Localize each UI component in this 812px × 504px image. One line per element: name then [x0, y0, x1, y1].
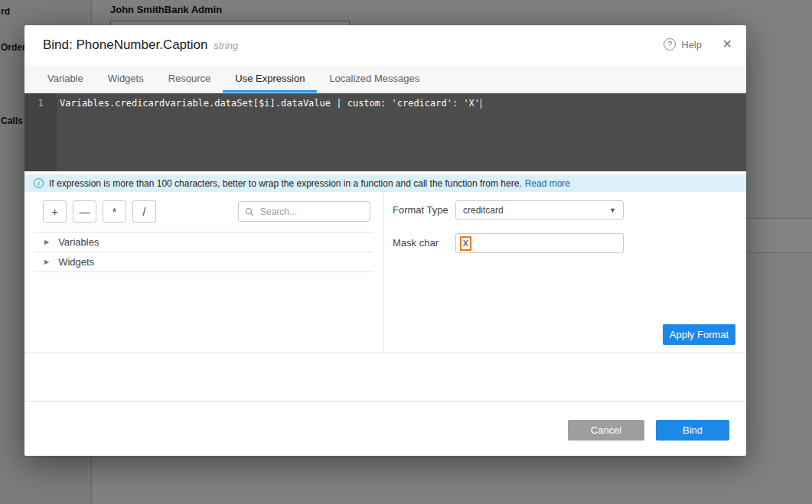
- tab-widgets[interactable]: Widgets: [96, 65, 156, 93]
- panel-divider: [383, 192, 383, 353]
- help-icon: ?: [664, 38, 676, 50]
- operator-toolbar: + — * /: [43, 200, 156, 223]
- dialog-title-text: Bind: PhoneNumber.Caption: [43, 37, 207, 52]
- minus-operator-button[interactable]: —: [73, 200, 96, 223]
- footer-divider: [24, 401, 746, 402]
- value-type-label: string: [214, 40, 238, 51]
- tree-item-label: Widgets: [58, 256, 94, 268]
- plus-operator-button[interactable]: +: [43, 200, 67, 223]
- mask-char-input[interactable]: X: [455, 233, 624, 253]
- chevron-down-icon: ▼: [609, 206, 616, 214]
- mask-char-value: X: [460, 236, 471, 251]
- info-icon: i: [34, 178, 44, 188]
- tree-item-widgets[interactable]: ▶ Widgets: [34, 252, 373, 272]
- tree-item-label: Variables: [58, 236, 99, 248]
- format-type-select[interactable]: creditcard ▼: [455, 200, 624, 219]
- search-input[interactable]: [259, 206, 358, 218]
- format-type-label: Format Type: [393, 200, 448, 219]
- editor-code[interactable]: Variables.credicardvariable.dataSet[$i].…: [57, 93, 484, 171]
- help-button[interactable]: ? Help: [664, 38, 702, 50]
- dialog-tabs: Variable Widgets Resource Use Expression…: [24, 65, 746, 93]
- search-box[interactable]: [238, 201, 370, 222]
- info-text: If expression is more than 100 character…: [49, 178, 522, 189]
- dialog-title: Bind: PhoneNumber.Captionstring: [43, 37, 238, 53]
- binding-tree: ▶ Variables ▶ Widgets: [34, 232, 373, 272]
- chevron-right-icon[interactable]: ▶: [44, 239, 49, 245]
- divide-operator-button[interactable]: /: [132, 200, 156, 223]
- bind-dialog: Bind: PhoneNumber.Captionstring ? Help ✕…: [24, 25, 746, 456]
- help-label: Help: [681, 39, 702, 50]
- bind-button[interactable]: Bind: [656, 420, 729, 441]
- apply-format-button[interactable]: Apply Format: [663, 324, 735, 345]
- tree-item-variables[interactable]: ▶ Variables: [34, 232, 373, 252]
- cancel-button[interactable]: Cancel: [568, 420, 644, 441]
- expression-editor[interactable]: 1 Variables.credicardvariable.dataSet[$i…: [24, 93, 746, 171]
- tab-localized-messages[interactable]: Localized Messages: [317, 65, 432, 93]
- tab-resource[interactable]: Resource: [156, 65, 223, 93]
- text-caret: [481, 99, 481, 109]
- multiply-operator-button[interactable]: *: [103, 200, 126, 223]
- tab-use-expression[interactable]: Use Expression: [223, 65, 317, 93]
- section-divider: [24, 353, 746, 353]
- chevron-right-icon[interactable]: ▶: [44, 259, 49, 265]
- mask-char-label: Mask char: [393, 233, 439, 253]
- info-bar: i If expression is more than 100 charact…: [24, 174, 746, 192]
- format-type-value: creditcard: [463, 205, 504, 216]
- close-icon[interactable]: ✕: [722, 37, 732, 51]
- search-icon: [245, 207, 254, 216]
- editor-line-number: 1: [24, 93, 57, 171]
- read-more-link[interactable]: Read more: [525, 178, 570, 189]
- tab-variable[interactable]: Variable: [35, 65, 96, 93]
